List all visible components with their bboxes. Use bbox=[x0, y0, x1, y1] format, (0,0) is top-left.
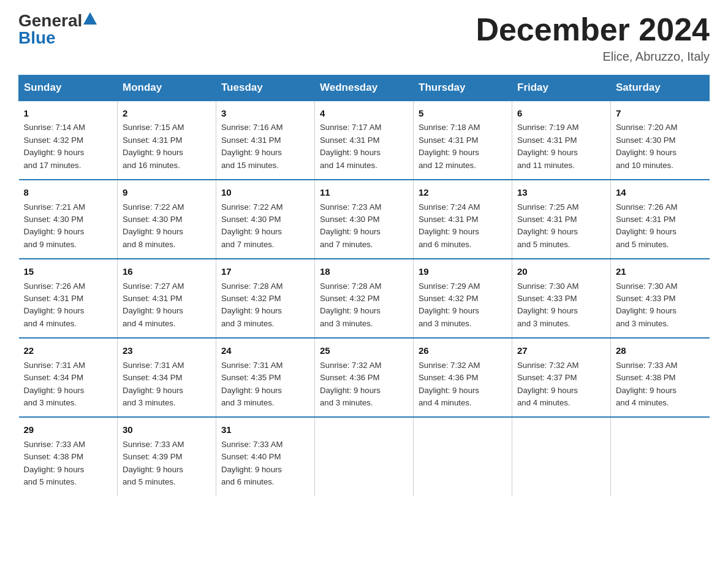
title-area: December 2024 Elice, Abruzzo, Italy bbox=[476, 12, 710, 64]
week-row-5: 29Sunrise: 7:33 AMSunset: 4:38 PMDayligh… bbox=[19, 417, 710, 496]
week-row-4: 22Sunrise: 7:31 AMSunset: 4:34 PMDayligh… bbox=[19, 338, 710, 417]
day-info: Sunrise: 7:14 AMSunset: 4:32 PMDaylight:… bbox=[24, 121, 113, 172]
day-info: Sunrise: 7:30 AMSunset: 4:33 PMDaylight:… bbox=[616, 280, 705, 331]
logo: General Blue bbox=[18, 12, 97, 47]
calendar-day-cell: 19Sunrise: 7:29 AMSunset: 4:32 PMDayligh… bbox=[414, 259, 512, 338]
day-number: 18 bbox=[320, 264, 408, 278]
calendar-day-cell: 6Sunrise: 7:19 AMSunset: 4:31 PMDaylight… bbox=[512, 101, 611, 180]
calendar-day-cell bbox=[611, 417, 710, 496]
header-tuesday: Tuesday bbox=[216, 75, 315, 101]
day-number: 8 bbox=[24, 185, 113, 199]
day-number: 22 bbox=[24, 343, 113, 358]
header-sunday: Sunday bbox=[19, 75, 118, 101]
svg-marker-0 bbox=[83, 12, 97, 25]
calendar-day-cell: 16Sunrise: 7:27 AMSunset: 4:31 PMDayligh… bbox=[118, 259, 216, 338]
day-info: Sunrise: 7:18 AMSunset: 4:31 PMDaylight:… bbox=[419, 121, 507, 172]
day-info: Sunrise: 7:28 AMSunset: 4:32 PMDaylight:… bbox=[221, 280, 309, 331]
calendar-day-cell: 4Sunrise: 7:17 AMSunset: 4:31 PMDaylight… bbox=[315, 101, 414, 180]
calendar-day-cell: 23Sunrise: 7:31 AMSunset: 4:34 PMDayligh… bbox=[118, 338, 216, 417]
day-number: 27 bbox=[517, 343, 605, 358]
day-info: Sunrise: 7:26 AMSunset: 4:31 PMDaylight:… bbox=[24, 280, 113, 331]
day-number: 4 bbox=[320, 106, 408, 120]
calendar-day-cell: 15Sunrise: 7:26 AMSunset: 4:31 PMDayligh… bbox=[19, 259, 118, 338]
calendar-day-cell: 21Sunrise: 7:30 AMSunset: 4:33 PMDayligh… bbox=[611, 259, 710, 338]
week-row-2: 8Sunrise: 7:21 AMSunset: 4:30 PMDaylight… bbox=[19, 180, 710, 259]
day-info: Sunrise: 7:27 AMSunset: 4:31 PMDaylight:… bbox=[123, 280, 211, 331]
day-number: 31 bbox=[221, 423, 309, 437]
day-info: Sunrise: 7:24 AMSunset: 4:31 PMDaylight:… bbox=[419, 201, 507, 251]
calendar-day-cell bbox=[315, 417, 414, 496]
logo-blue: Blue bbox=[18, 29, 56, 47]
logo-triangle-icon bbox=[83, 12, 97, 25]
page-header: General Blue December 2024 Elice, Abruzz… bbox=[18, 12, 710, 64]
calendar-table: Sunday Monday Tuesday Wednesday Thursday… bbox=[18, 75, 710, 496]
day-number: 16 bbox=[123, 264, 211, 278]
day-number: 24 bbox=[221, 343, 309, 358]
calendar-day-cell: 31Sunrise: 7:33 AMSunset: 4:40 PMDayligh… bbox=[216, 417, 315, 496]
header-thursday: Thursday bbox=[414, 75, 512, 101]
header-wednesday: Wednesday bbox=[315, 75, 414, 101]
location: Elice, Abruzzo, Italy bbox=[476, 50, 710, 64]
day-info: Sunrise: 7:32 AMSunset: 4:36 PMDaylight:… bbox=[320, 359, 408, 410]
calendar-day-cell: 20Sunrise: 7:30 AMSunset: 4:33 PMDayligh… bbox=[512, 259, 611, 338]
day-info: Sunrise: 7:28 AMSunset: 4:32 PMDaylight:… bbox=[320, 280, 408, 331]
day-number: 11 bbox=[320, 185, 408, 199]
day-info: Sunrise: 7:33 AMSunset: 4:39 PMDaylight:… bbox=[123, 439, 211, 489]
day-number: 17 bbox=[221, 264, 309, 278]
calendar-day-cell: 26Sunrise: 7:32 AMSunset: 4:36 PMDayligh… bbox=[414, 338, 512, 417]
day-info: Sunrise: 7:31 AMSunset: 4:34 PMDaylight:… bbox=[123, 359, 211, 410]
day-number: 30 bbox=[123, 423, 211, 437]
day-number: 25 bbox=[320, 343, 408, 358]
day-info: Sunrise: 7:26 AMSunset: 4:31 PMDaylight:… bbox=[616, 201, 705, 251]
day-info: Sunrise: 7:30 AMSunset: 4:33 PMDaylight:… bbox=[517, 280, 605, 331]
calendar-day-cell: 3Sunrise: 7:16 AMSunset: 4:31 PMDaylight… bbox=[216, 101, 315, 180]
calendar-day-cell: 14Sunrise: 7:26 AMSunset: 4:31 PMDayligh… bbox=[611, 180, 710, 259]
calendar-day-cell: 5Sunrise: 7:18 AMSunset: 4:31 PMDaylight… bbox=[414, 101, 512, 180]
header-monday: Monday bbox=[118, 75, 216, 101]
day-info: Sunrise: 7:20 AMSunset: 4:30 PMDaylight:… bbox=[616, 121, 705, 172]
calendar-day-cell: 8Sunrise: 7:21 AMSunset: 4:30 PMDaylight… bbox=[19, 180, 118, 259]
day-number: 1 bbox=[24, 106, 113, 120]
day-number: 12 bbox=[419, 185, 507, 199]
calendar-day-cell: 25Sunrise: 7:32 AMSunset: 4:36 PMDayligh… bbox=[315, 338, 414, 417]
calendar-day-cell: 2Sunrise: 7:15 AMSunset: 4:31 PMDaylight… bbox=[118, 101, 216, 180]
day-number: 2 bbox=[123, 106, 211, 120]
day-number: 23 bbox=[123, 343, 211, 358]
calendar-day-cell: 22Sunrise: 7:31 AMSunset: 4:34 PMDayligh… bbox=[19, 338, 118, 417]
calendar-day-cell: 27Sunrise: 7:32 AMSunset: 4:37 PMDayligh… bbox=[512, 338, 611, 417]
calendar-day-cell bbox=[414, 417, 512, 496]
day-number: 29 bbox=[24, 423, 113, 437]
day-info: Sunrise: 7:33 AMSunset: 4:38 PMDaylight:… bbox=[616, 359, 705, 410]
calendar-day-cell: 11Sunrise: 7:23 AMSunset: 4:30 PMDayligh… bbox=[315, 180, 414, 259]
day-number: 5 bbox=[419, 106, 507, 120]
header-saturday: Saturday bbox=[611, 75, 710, 101]
day-number: 21 bbox=[616, 264, 705, 278]
weekday-header-row: Sunday Monday Tuesday Wednesday Thursday… bbox=[19, 75, 710, 101]
day-info: Sunrise: 7:31 AMSunset: 4:34 PMDaylight:… bbox=[24, 359, 113, 410]
day-info: Sunrise: 7:32 AMSunset: 4:36 PMDaylight:… bbox=[419, 359, 507, 410]
calendar-day-cell: 29Sunrise: 7:33 AMSunset: 4:38 PMDayligh… bbox=[19, 417, 118, 496]
day-number: 26 bbox=[419, 343, 507, 358]
day-info: Sunrise: 7:23 AMSunset: 4:30 PMDaylight:… bbox=[320, 201, 408, 251]
day-number: 9 bbox=[123, 185, 211, 199]
day-info: Sunrise: 7:16 AMSunset: 4:31 PMDaylight:… bbox=[221, 121, 309, 172]
day-info: Sunrise: 7:32 AMSunset: 4:37 PMDaylight:… bbox=[517, 359, 605, 410]
day-number: 15 bbox=[24, 264, 113, 278]
day-number: 10 bbox=[221, 185, 309, 199]
day-info: Sunrise: 7:25 AMSunset: 4:31 PMDaylight:… bbox=[517, 201, 605, 251]
day-info: Sunrise: 7:33 AMSunset: 4:40 PMDaylight:… bbox=[221, 439, 309, 489]
day-number: 28 bbox=[616, 343, 705, 358]
week-row-1: 1Sunrise: 7:14 AMSunset: 4:32 PMDaylight… bbox=[19, 101, 710, 180]
calendar-day-cell: 13Sunrise: 7:25 AMSunset: 4:31 PMDayligh… bbox=[512, 180, 611, 259]
calendar-day-cell: 18Sunrise: 7:28 AMSunset: 4:32 PMDayligh… bbox=[315, 259, 414, 338]
day-info: Sunrise: 7:17 AMSunset: 4:31 PMDaylight:… bbox=[320, 121, 408, 172]
calendar-day-cell bbox=[512, 417, 611, 496]
calendar-day-cell: 1Sunrise: 7:14 AMSunset: 4:32 PMDaylight… bbox=[19, 101, 118, 180]
day-number: 7 bbox=[616, 106, 705, 120]
day-number: 6 bbox=[517, 106, 605, 120]
day-number: 19 bbox=[419, 264, 507, 278]
day-info: Sunrise: 7:19 AMSunset: 4:31 PMDaylight:… bbox=[517, 121, 605, 172]
day-number: 13 bbox=[517, 185, 605, 199]
day-info: Sunrise: 7:15 AMSunset: 4:31 PMDaylight:… bbox=[123, 121, 211, 172]
calendar-day-cell: 28Sunrise: 7:33 AMSunset: 4:38 PMDayligh… bbox=[611, 338, 710, 417]
